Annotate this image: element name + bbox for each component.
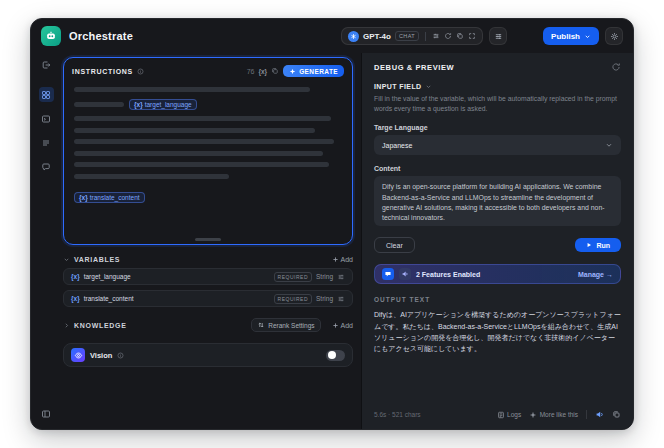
back-icon[interactable] (39, 57, 54, 72)
sidebar-item-prompt[interactable] (39, 111, 54, 126)
variable-settings-icon[interactable] (337, 295, 345, 303)
arrow-right-icon: → (606, 271, 613, 278)
sort-arrows-icon (257, 321, 265, 329)
model-selector-group: GPT-4o CHAT (341, 27, 507, 45)
output-text: Difyは、AIアプリケーションを構築するためのオープンソースプラットフォームで… (374, 309, 621, 354)
char-count: 76 (247, 68, 255, 75)
vision-feature-row: Vision (63, 343, 353, 367)
play-icon (586, 242, 592, 248)
copy-output-icon[interactable] (612, 410, 621, 419)
vision-toggle[interactable] (326, 350, 345, 361)
content-textarea[interactable]: Dify is an open-source platform for buil… (374, 176, 621, 226)
add-knowledge-button[interactable]: Add (332, 322, 353, 329)
variable-row-translate-content[interactable]: {x} translate_content REQUIRED String (63, 290, 353, 307)
variable-token: {x} (71, 295, 80, 302)
app-window: Orchestrate GPT-4o CHAT Publish (30, 18, 634, 430)
debug-preview-panel: DEBUG & PREVIEW INPUT FIELD Fill in the … (361, 53, 633, 429)
skeleton-line (74, 128, 315, 133)
restart-icon[interactable] (611, 62, 621, 72)
copy-icon[interactable] (271, 67, 279, 75)
variables-title: VARIABLES (74, 256, 120, 263)
variable-type: String (316, 273, 333, 280)
info-icon (137, 68, 144, 75)
sidebar-item-logs[interactable] (39, 135, 54, 150)
run-button[interactable]: Run (575, 238, 621, 252)
info-icon (117, 352, 124, 359)
chevron-right-icon[interactable] (63, 322, 70, 329)
variable-name: translate_content (84, 295, 134, 302)
page-title: Orchestrate (69, 30, 133, 42)
feature-speech-icon (399, 268, 411, 280)
selected-value: Japanese (382, 142, 412, 149)
run-label: Run (596, 242, 610, 249)
settings-gear-button[interactable] (605, 27, 623, 45)
generate-label: GENERATE (299, 68, 338, 75)
chevron-down-icon[interactable] (63, 256, 70, 263)
header-actions: Publish (543, 27, 623, 45)
chevron-down-icon[interactable] (425, 83, 432, 90)
variable-chip-target-language[interactable]: {x}target_language (129, 99, 197, 110)
insert-variable-icon[interactable]: {x} (258, 68, 267, 75)
publish-button[interactable]: Publish (543, 27, 599, 45)
model-provider-icon (348, 31, 359, 42)
target-language-select[interactable]: Japanese (374, 135, 621, 155)
skeleton-line (74, 174, 229, 179)
skeleton-line (74, 102, 124, 107)
variable-name: target_language (145, 101, 192, 108)
add-variable-button[interactable]: Add (332, 256, 353, 263)
model-selector[interactable]: GPT-4o CHAT (341, 27, 483, 45)
instructions-header: INSTRUCTIONS 76 {x} GENERATE (64, 58, 352, 81)
sidebar-item-annotation[interactable] (39, 159, 54, 174)
knowledge-section: KNOWLEDGE Rerank Settings Add (63, 318, 353, 332)
rerank-settings-button[interactable]: Rerank Settings (251, 318, 320, 332)
model-config-button[interactable] (489, 27, 507, 45)
sidebar-item-orchestrate[interactable] (39, 87, 54, 102)
generate-button[interactable]: GENERATE (283, 65, 344, 77)
debug-title: DEBUG & PREVIEW (374, 63, 454, 72)
skeleton-line (74, 116, 331, 121)
more-like-this-label: More like this (540, 411, 578, 418)
maximize-icon[interactable] (468, 32, 476, 40)
variable-token: {x} (71, 273, 80, 280)
text-to-speech-icon[interactable] (595, 410, 604, 419)
variable-chip-translate-content[interactable]: {x}translate_content (74, 192, 145, 203)
skeleton-line (74, 151, 323, 156)
publish-label: Publish (551, 32, 580, 41)
features-enabled-bar[interactable]: 2 Features Enabled Manage → (374, 264, 621, 284)
output-text-title: OUTPUT TEXT (374, 296, 621, 303)
more-like-this-button[interactable]: More like this (529, 411, 578, 419)
add-label: Add (341, 256, 353, 263)
variable-row-target-language[interactable]: {x} target_language REQUIRED String (63, 268, 353, 285)
clear-button[interactable]: Clear (374, 237, 415, 253)
variable-name: target_language (84, 273, 131, 280)
required-badge: REQUIRED (274, 294, 312, 304)
required-badge: REQUIRED (274, 272, 312, 282)
scrollbar[interactable] (195, 238, 221, 241)
logs-button[interactable]: Logs (497, 411, 522, 419)
manage-features-button[interactable]: Manage → (578, 271, 613, 278)
collapse-panel-icon[interactable] (39, 406, 54, 421)
top-bar: Orchestrate GPT-4o CHAT Publish (31, 19, 633, 53)
chat-mode-badge: CHAT (395, 31, 419, 41)
skeleton-line (74, 139, 334, 144)
refresh-icon[interactable] (444, 32, 452, 40)
plus-icon (332, 322, 339, 329)
chevron-down-icon (605, 141, 613, 149)
left-icon-rail (31, 53, 61, 429)
eye-icon (71, 348, 85, 362)
variable-name: translate_content (90, 194, 140, 201)
prompt-editor[interactable]: {x}target_language {x}translate_content (64, 81, 352, 244)
feature-moderation-icon (382, 268, 394, 280)
features-count-label: 2 Features Enabled (416, 271, 480, 278)
input-field-description: Fill in the value of the variable, which… (374, 94, 621, 114)
content-label: Content (374, 165, 621, 172)
model-name: GPT-4o (363, 32, 391, 41)
variable-settings-icon[interactable] (337, 273, 345, 281)
sliders-icon[interactable] (432, 32, 440, 40)
input-field-title: INPUT FIELD (374, 83, 422, 90)
knowledge-title: KNOWLEDGE (74, 322, 127, 329)
copy-icon[interactable] (456, 32, 464, 40)
logs-icon (497, 411, 505, 419)
instructions-card[interactable]: INSTRUCTIONS 76 {x} GENERATE {x}tar (63, 57, 353, 245)
vision-label: Vision (90, 351, 112, 360)
